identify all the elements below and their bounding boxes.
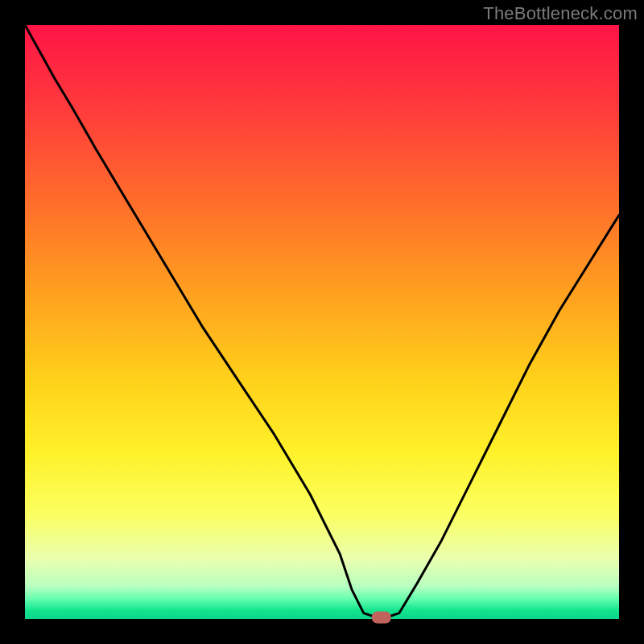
chart-frame: TheBottleneck.com <box>0 0 644 644</box>
optimal-marker <box>372 612 391 624</box>
plot-background <box>25 25 619 619</box>
watermark-text: TheBottleneck.com <box>483 3 638 24</box>
bottleneck-chart <box>0 0 644 644</box>
